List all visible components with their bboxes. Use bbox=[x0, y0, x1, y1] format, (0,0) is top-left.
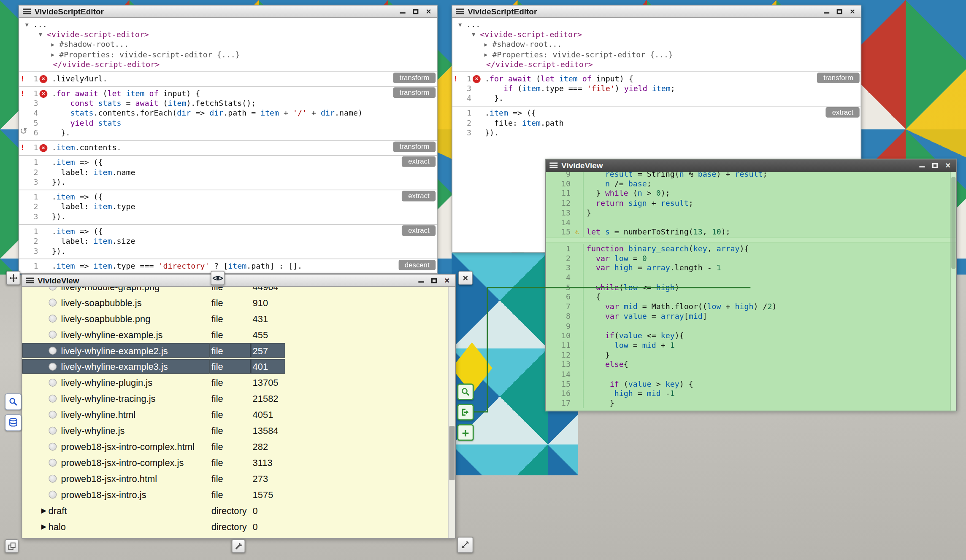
cell-size[interactable]: 3113 bbox=[251, 455, 285, 470]
resize-halo-button[interactable] bbox=[457, 537, 473, 553]
maximize-button[interactable] bbox=[931, 161, 940, 170]
cell-name[interactable]: lively-whyline-example3.js bbox=[22, 359, 210, 374]
code-line[interactable]: 2 label: item.size bbox=[19, 237, 437, 246]
cell-type[interactable]: file bbox=[209, 471, 251, 486]
cell-type[interactable]: file bbox=[209, 359, 251, 374]
maximize-button[interactable] bbox=[411, 7, 420, 16]
code-line[interactable]: 6 }. bbox=[19, 128, 437, 138]
code-line[interactable]: 7 var mid = Math.floor((low + high) /2) bbox=[546, 302, 956, 312]
expand-arrow-icon[interactable]: ▶ bbox=[41, 522, 46, 530]
minimize-button[interactable] bbox=[417, 276, 426, 285]
cell-type[interactable]: file bbox=[209, 407, 251, 422]
cell-size[interactable]: 13584 bbox=[251, 423, 285, 438]
cell-type[interactable]: file bbox=[209, 439, 251, 454]
close-button[interactable]: × bbox=[442, 276, 452, 285]
cell-name[interactable]: proweb18-jsx-intro.html bbox=[22, 471, 210, 486]
script-step[interactable]: descent1.item => item.type === 'director… bbox=[19, 258, 437, 273]
code-line[interactable]: 9 result = String(n % base) + result; bbox=[546, 172, 956, 179]
inspect-view-button[interactable] bbox=[457, 384, 474, 400]
dom-tree-node[interactable]: </vivide-script-editor> bbox=[454, 59, 860, 69]
cell-size[interactable]: 1575 bbox=[251, 487, 285, 502]
table-row[interactable]: ▶halodirectory0 bbox=[22, 518, 455, 534]
data-source-button[interactable] bbox=[5, 415, 22, 431]
code-line[interactable]: !1×.for await (let item of input) { bbox=[452, 74, 861, 83]
table-row[interactable]: ▶draftdirectory0 bbox=[22, 502, 455, 518]
code-line[interactable]: 15 if (value > key) { bbox=[546, 379, 956, 389]
table-row[interactable]: index.htmlfile331 bbox=[22, 534, 455, 538]
code-line[interactable]: !1×.lively4url. bbox=[19, 74, 437, 83]
close-button[interactable]: × bbox=[943, 161, 952, 170]
tree-arrow-icon[interactable]: ▼ bbox=[472, 30, 480, 40]
tree-arrow-icon[interactable]: ▶ bbox=[484, 50, 492, 59]
code-line[interactable]: 3 if (item.type === 'file') yield item; bbox=[452, 84, 861, 94]
cell-name[interactable]: lively-whyline-example.js bbox=[22, 327, 210, 342]
script-step[interactable]: extract1.item => ({2 file: item.path3}). bbox=[452, 106, 861, 140]
move-halo-button[interactable] bbox=[6, 271, 21, 285]
script-step[interactable]: transform!1×.lively4url. bbox=[19, 71, 437, 86]
dom-tree-node[interactable]: ▶#Properties: vivide-script-editor {...} bbox=[454, 50, 860, 60]
cell-type[interactable]: file bbox=[209, 423, 251, 438]
code-line[interactable]: 16 high = mid -1 bbox=[546, 389, 956, 398]
cell-type[interactable]: directory bbox=[209, 503, 251, 518]
cell-size[interactable]: 0 bbox=[251, 503, 285, 518]
code-line[interactable]: 5 while(low <= high) bbox=[546, 283, 956, 292]
cell-size[interactable]: 431 bbox=[251, 311, 285, 326]
code-line[interactable]: 3 var high = array.length - 1 bbox=[546, 263, 956, 273]
scrollbar[interactable] bbox=[448, 287, 455, 538]
table-row[interactable]: lively-whyline-plugin.jsfile13705 bbox=[22, 374, 455, 390]
table-row[interactable]: lively-soapbubble.pngfile431 bbox=[22, 310, 455, 326]
cell-size[interactable]: 331 bbox=[251, 535, 285, 538]
cell-size[interactable]: 4051 bbox=[251, 407, 285, 422]
cell-name[interactable]: index.html bbox=[22, 535, 210, 538]
code-line[interactable]: 4 }. bbox=[452, 94, 861, 103]
table-row[interactable]: lively-whyline.htmlfile4051 bbox=[22, 407, 455, 423]
titlebar[interactable]: VivideView × bbox=[22, 275, 455, 287]
cell-size[interactable]: 257 bbox=[251, 343, 285, 358]
cell-name[interactable]: lively-whyline.html bbox=[22, 407, 210, 422]
table-row[interactable]: proweb18-jsx-intro-complex.htmlfile282 bbox=[22, 439, 455, 455]
code-line[interactable]: 10 if(value <= key){ bbox=[546, 331, 956, 340]
code-line[interactable]: 11 low = mid + 1 bbox=[546, 340, 956, 350]
wrench-halo-button[interactable] bbox=[232, 539, 245, 553]
cell-name[interactable]: lively-soapbubble.js bbox=[22, 295, 210, 310]
code-line[interactable]: 2 label: item.type bbox=[19, 202, 437, 212]
code-line[interactable]: 1.item => ({ bbox=[19, 192, 437, 202]
table-row[interactable]: lively-module-graph.pngfile44964 bbox=[22, 287, 455, 294]
cell-name[interactable]: lively-soapbubble.png bbox=[22, 311, 210, 326]
cell-name[interactable]: lively-whyline.js bbox=[22, 423, 210, 438]
script-step[interactable]: extract1.item => ({2 label: item.size3})… bbox=[19, 224, 437, 258]
script-step[interactable]: extract1.item => ({2 label: item.name3})… bbox=[19, 155, 437, 190]
code-line[interactable]: 4 stats.contents.forEach(dir => dir.path… bbox=[19, 108, 437, 118]
expand-arrow-icon[interactable]: ▶ bbox=[41, 506, 46, 514]
menu-icon[interactable] bbox=[26, 277, 34, 283]
cell-name[interactable]: ▶draft bbox=[22, 503, 210, 518]
minimize-button[interactable] bbox=[398, 7, 407, 16]
undo-icon[interactable]: ↺ bbox=[20, 127, 27, 135]
code-line[interactable]: 17 } bbox=[546, 398, 956, 408]
tree-arrow-icon[interactable]: ▼ bbox=[39, 30, 47, 40]
maximize-button[interactable] bbox=[835, 7, 844, 16]
eye-halo-button[interactable] bbox=[211, 271, 225, 285]
tree-arrow-icon[interactable]: ▼ bbox=[458, 20, 466, 30]
cell-type[interactable]: file bbox=[209, 343, 251, 358]
dom-tree-node[interactable]: </vivide-script-editor> bbox=[20, 59, 436, 69]
menu-icon[interactable] bbox=[549, 162, 557, 168]
close-button[interactable]: × bbox=[848, 7, 857, 16]
cell-size[interactable]: 273 bbox=[251, 471, 285, 486]
code-line[interactable]: 13 else{ bbox=[546, 360, 956, 369]
tree-arrow-icon[interactable]: ▶ bbox=[51, 40, 59, 49]
cell-size[interactable]: 13705 bbox=[251, 375, 285, 390]
code-line[interactable]: 3}). bbox=[452, 128, 861, 138]
table-row[interactable]: proweb18-jsx-intro.htmlfile273 bbox=[22, 470, 455, 486]
code-line[interactable]: 4 bbox=[546, 273, 956, 283]
cell-size[interactable]: 44964 bbox=[251, 287, 285, 293]
code-line[interactable]: 1.item => ({ bbox=[19, 226, 437, 236]
titlebar[interactable]: VivideView × bbox=[546, 159, 956, 172]
cell-type[interactable]: file bbox=[209, 391, 251, 406]
titlebar[interactable]: VivideScriptEditor × bbox=[452, 5, 861, 18]
code-line[interactable]: 5 yield stats bbox=[19, 118, 437, 128]
cell-type[interactable]: file bbox=[209, 295, 251, 310]
script-step[interactable]: extract1.item => ({2 label: item.type3})… bbox=[19, 190, 437, 224]
tree-arrow-icon[interactable]: ▶ bbox=[484, 40, 492, 49]
cell-type[interactable]: file bbox=[209, 287, 251, 293]
